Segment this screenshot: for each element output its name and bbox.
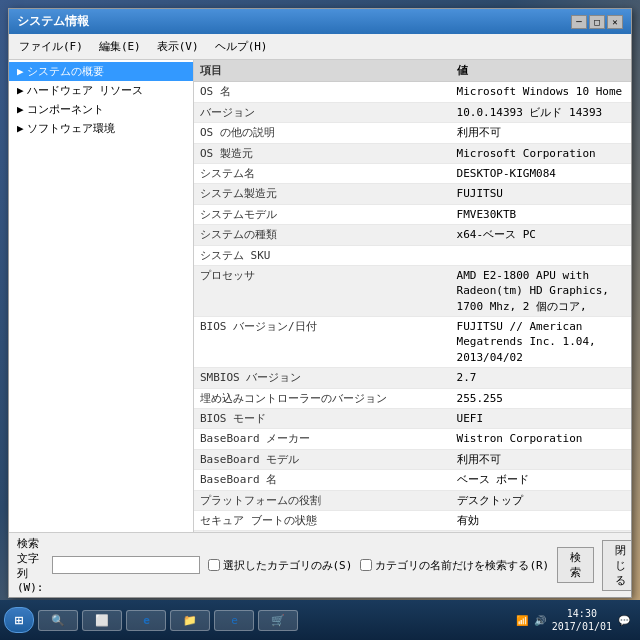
table-row: システムの種類x64-ベース PC [194,225,631,245]
table-row: BaseBoard メーカーWistron Corporation [194,429,631,449]
row-value: Wistron Corporation [451,429,631,449]
table-row: システム製造元FUJITSU [194,184,631,204]
row-key: BaseBoard 名 [194,470,451,490]
taskbar-item-taskview[interactable]: ⬜ [82,610,122,631]
row-key: OS の他の説明 [194,123,451,143]
left-panel: ▶ システムの概要 ▶ ハードウェア リソース ▶ コンポーネント ▶ [9,60,194,532]
row-key: 埋め込みコントローラーのバージョン [194,388,451,408]
row-value: x64-ベース PC [451,225,631,245]
row-key: セキュア ブートの状態 [194,510,451,530]
window-controls: ─ □ ✕ [571,15,623,29]
info-table: 項目 値 OS 名Microsoft Windows 10 Homeバージョン1… [194,60,631,532]
row-key: OS 名 [194,82,451,102]
categories-only-label[interactable]: 選択したカテゴリのみ(S) [208,558,353,573]
category-expand-icon-3: ▶ [17,103,24,116]
minimize-button[interactable]: ─ [571,15,587,29]
table-row: OS の他の説明利用不可 [194,123,631,143]
ie-icon: e [143,614,150,627]
table-row: システムモデルFMVE30KTB [194,204,631,224]
row-key: BIOS バージョン/日付 [194,317,451,368]
row-key: プラットフォームの役割 [194,490,451,510]
category-tree: ▶ システムの概要 ▶ ハードウェア リソース ▶ コンポーネント ▶ [9,62,193,138]
bottom-bar: 検索文字列(W): 選択したカテゴリのみ(S) カテゴリの名前だけを検索する(R… [9,532,631,597]
row-key: プロセッサ [194,265,451,316]
bottom-controls: 検索文字列(W): 選択したカテゴリのみ(S) カテゴリの名前だけを検索する(R… [17,536,623,594]
row-value: 255.255 [451,388,631,408]
row-key: OS 製造元 [194,143,451,163]
edit-menu[interactable]: 編集(E) [93,37,147,56]
search-button[interactable]: 検索 [557,547,594,583]
main-area: ▶ システムの概要 ▶ ハードウェア リソース ▶ コンポーネント ▶ [9,60,631,532]
view-menu[interactable]: 表示(V) [151,37,205,56]
row-value: 10.0.14393 ビルド 14393 [451,102,631,122]
categories-only-checkbox[interactable] [208,559,220,571]
row-key: システム SKU [194,245,451,265]
row-value: 有効 [451,510,631,530]
table-row: BIOS バージョン/日付FUJITSU // American Megatre… [194,317,631,368]
edge-icon: e [231,614,238,627]
row-value: Microsoft Windows 10 Home [451,82,631,102]
close-button[interactable]: ✕ [607,15,623,29]
system-info-window: システム情報 ─ □ ✕ ファイル(F) 編集(E) 表示(V) ヘルプ(H) … [8,8,632,598]
category-names-label[interactable]: カテゴリの名前だけを検索する(R) [360,558,549,573]
table-row: OS 名Microsoft Windows 10 Home [194,82,631,102]
table-row: プロセッサAMD E2-1800 APU with Radeon(tm) HD … [194,265,631,316]
right-panel: 項目 値 OS 名Microsoft Windows 10 Homeバージョン1… [194,60,631,532]
row-value: 2.7 [451,368,631,388]
col-header-value: 値 [451,60,631,82]
category-item-software[interactable]: ▶ ソフトウェア環境 [9,119,193,138]
taskbar-item-fileexplorer[interactable]: 📁 [170,610,210,631]
table-row: BaseBoard 名ベース ボード [194,470,631,490]
window-content: ファイル(F) 編集(E) 表示(V) ヘルプ(H) ▶ システムの概要 ▶ ハ… [9,34,631,597]
taskbar-item-search[interactable]: 🔍 [38,610,78,631]
row-value: AMD E2-1800 APU with Radeon(tm) HD Graph… [451,265,631,316]
help-menu[interactable]: ヘルプ(H) [209,37,274,56]
window-title: システム情報 [17,13,89,30]
taskbar-item-ie[interactable]: e [126,610,166,631]
table-row: 埋め込みコントローラーのバージョン255.255 [194,388,631,408]
row-value: デスクトップ [451,490,631,510]
row-key: システム名 [194,163,451,183]
taskview-icon: ⬜ [95,614,109,627]
clock[interactable]: 14:30 2017/01/01 [552,607,612,633]
category-item-hardware[interactable]: ▶ ハードウェア リソース [9,81,193,100]
start-button[interactable]: ⊞ [4,607,34,633]
search-input[interactable] [52,556,200,574]
row-value: FMVE30KTB [451,204,631,224]
table-row: OS 製造元Microsoft Corporation [194,143,631,163]
row-key: バージョン [194,102,451,122]
table-row: システム名DESKTOP-KIGM084 [194,163,631,183]
notification-icon[interactable]: 💬 [618,615,630,626]
row-value: Microsoft Corporation [451,143,631,163]
row-key: SMBIOS バージョン [194,368,451,388]
category-names-checkbox[interactable] [360,559,372,571]
store-icon: 🛒 [271,614,285,627]
table-row: SMBIOS バージョン2.7 [194,368,631,388]
category-item-summary[interactable]: ▶ システムの概要 [9,62,193,81]
row-key: システムモデル [194,204,451,224]
taskbar-item-edge[interactable]: e [214,610,254,631]
row-key: システムの種類 [194,225,451,245]
col-header-key: 項目 [194,60,451,82]
row-key: BaseBoard メーカー [194,429,451,449]
category-item-components[interactable]: ▶ コンポーネント [9,100,193,119]
network-icon[interactable]: 📶 [516,615,528,626]
taskbar-item-store[interactable]: 🛒 [258,610,298,631]
row-value: FUJITSU // American Megatrends Inc. 1.04… [451,317,631,368]
row-value: ベース ボード [451,470,631,490]
desktop: システム情報 ─ □ ✕ ファイル(F) 編集(E) 表示(V) ヘルプ(H) … [0,0,640,640]
taskbar: ⊞ 🔍 ⬜ e 📁 e 🛒 📶 🔊 14:30 2017/01/01 � [0,600,640,640]
file-menu[interactable]: ファイル(F) [13,37,89,56]
volume-icon[interactable]: 🔊 [534,615,546,626]
row-value: 利用不可 [451,449,631,469]
windows-icon: ⊞ [15,612,23,628]
window-close-button[interactable]: 閉じる [602,540,631,591]
table-row: BIOS モードUEFI [194,409,631,429]
table-row: プラットフォームの役割デスクトップ [194,490,631,510]
row-key: BIOS モード [194,409,451,429]
row-value [451,245,631,265]
search-taskbar-icon: 🔍 [51,614,65,627]
system-tray: 📶 🔊 14:30 2017/01/01 💬 [510,607,636,633]
table-row: システム SKU [194,245,631,265]
maximize-button[interactable]: □ [589,15,605,29]
